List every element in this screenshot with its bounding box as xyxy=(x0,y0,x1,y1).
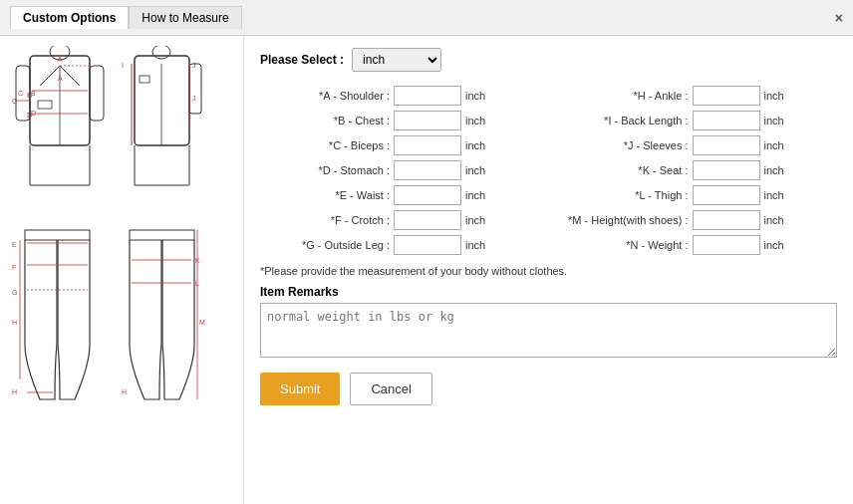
measurement-note: *Please provide the measurement of your … xyxy=(260,265,837,277)
measure-row-G: *G - Outside Leg : inch xyxy=(260,235,539,255)
measure-row-D: *D - Stomach : inch xyxy=(260,160,539,180)
label-L: *L - Thigh : xyxy=(559,189,689,201)
label-K: *K - Seat : xyxy=(559,164,689,176)
label-M: *M - Height(with shoes) : xyxy=(559,214,689,226)
svg-text:F: F xyxy=(12,264,16,271)
label-N: *N - Weight : xyxy=(559,239,689,251)
unit-M: inch xyxy=(764,214,784,226)
tab-how-to-measure[interactable]: How to Measure xyxy=(129,6,241,29)
unit-B: inch xyxy=(465,115,485,126)
unit-L: inch xyxy=(764,189,784,201)
measure-row-K: *K - Seat : inch xyxy=(559,160,838,180)
remarks-textarea[interactable] xyxy=(260,303,837,358)
unit-K: inch xyxy=(764,164,784,176)
measure-row-C: *C - Biceps : inch xyxy=(260,135,539,155)
label-G: *G - Outside Leg : xyxy=(260,239,390,251)
svg-text:G: G xyxy=(12,289,17,296)
svg-text:A: A xyxy=(57,55,63,64)
unit-N: inch xyxy=(764,239,784,251)
svg-line-2 xyxy=(40,66,60,86)
measure-row-F: *F - Crotch : inch xyxy=(260,210,539,230)
button-row: Submit Cancel xyxy=(260,373,837,405)
input-E[interactable] xyxy=(394,185,461,205)
label-J: *J - Sleeves : xyxy=(559,139,689,151)
input-L[interactable] xyxy=(693,185,760,205)
measurements-grid: *A - Shoulder : inch *H - Ankle : inch *… xyxy=(260,86,837,255)
unit-J: inch xyxy=(764,139,784,151)
select-label: Please Select : xyxy=(260,53,344,67)
pants-diagrams: E F G H H xyxy=(10,225,233,409)
measure-row-I: *I - Back Length : inch xyxy=(559,111,838,130)
select-row: Please Select : inch cm xyxy=(260,48,837,72)
suit-front-diagram: A B C D A B C D xyxy=(10,46,110,215)
svg-text:J: J xyxy=(192,62,196,69)
svg-rect-26 xyxy=(189,64,201,114)
cancel-button[interactable]: Cancel xyxy=(350,373,431,405)
svg-rect-23 xyxy=(135,56,189,145)
input-N[interactable] xyxy=(693,235,760,255)
label-C: *C - Biceps : xyxy=(260,139,390,151)
svg-text:D: D xyxy=(31,110,36,117)
svg-rect-5 xyxy=(38,101,52,109)
unit-I: inch xyxy=(764,115,784,126)
unit-G: inch xyxy=(465,239,485,251)
modal-header: Custom Options How to Measure × xyxy=(0,0,853,36)
unit-H: inch xyxy=(764,90,784,102)
measure-row-M: *M - Height(with shoes) : inch xyxy=(559,210,838,230)
jacket-diagrams: A B C D A B C D xyxy=(10,46,233,215)
svg-line-3 xyxy=(60,66,80,86)
unit-C: inch xyxy=(465,139,485,151)
unit-select[interactable]: inch cm xyxy=(352,48,441,72)
svg-text:K: K xyxy=(195,257,200,264)
svg-text:E: E xyxy=(12,241,17,248)
label-A: *A - Shoulder : xyxy=(260,90,390,102)
measure-row-J: *J - Sleeves : inch xyxy=(559,135,838,155)
pants-back-diagram: K L M H xyxy=(120,225,209,409)
svg-text:H: H xyxy=(12,319,17,326)
measure-row-B: *B - Chest : inch xyxy=(260,111,539,130)
unit-F: inch xyxy=(465,214,485,226)
suit-side-diagram: J J I xyxy=(120,46,209,215)
measure-row-H: *H - Ankle : inch xyxy=(559,86,838,106)
input-I[interactable] xyxy=(693,111,760,130)
modal-body: A B C D A B C D xyxy=(0,36,853,504)
measure-row-N: *N - Weight : inch xyxy=(559,235,838,255)
remarks-label: Item Remarks xyxy=(260,285,837,299)
label-H: *H - Ankle : xyxy=(559,90,689,102)
svg-text:H: H xyxy=(12,388,17,395)
input-C[interactable] xyxy=(394,135,461,155)
input-F[interactable] xyxy=(394,210,461,230)
pants-front-diagram: E F G H H xyxy=(10,225,110,409)
measure-row-A: *A - Shoulder : inch xyxy=(260,86,539,106)
close-button[interactable]: × xyxy=(835,10,843,26)
svg-text:C: C xyxy=(18,90,23,97)
input-A[interactable] xyxy=(394,86,461,106)
svg-rect-30 xyxy=(140,76,149,83)
input-K[interactable] xyxy=(693,160,760,180)
submit-button[interactable]: Submit xyxy=(260,373,340,405)
label-I: *I - Back Length : xyxy=(559,115,689,126)
svg-rect-36 xyxy=(25,230,90,240)
tab-custom-options[interactable]: Custom Options xyxy=(10,6,129,29)
input-D[interactable] xyxy=(394,160,461,180)
label-F: *F - Crotch : xyxy=(260,214,390,226)
form-panel: Please Select : inch cm *A - Shoulder : … xyxy=(244,36,853,504)
unit-E: inch xyxy=(465,189,485,201)
input-B[interactable] xyxy=(394,111,461,130)
modal-tabs: Custom Options How to Measure xyxy=(10,6,242,29)
diagram-panel: A B C D A B C D xyxy=(0,36,244,504)
input-H[interactable] xyxy=(693,86,760,106)
label-D: *D - Stomach : xyxy=(260,164,390,176)
svg-text:M: M xyxy=(199,319,205,326)
svg-rect-47 xyxy=(130,230,194,240)
label-E: *E - Waist : xyxy=(260,189,390,201)
measure-row-E: *E - Waist : inch xyxy=(260,185,539,205)
measure-row-L: *L - Thigh : inch xyxy=(559,185,838,205)
input-G[interactable] xyxy=(394,235,461,255)
input-M[interactable] xyxy=(693,210,760,230)
input-J[interactable] xyxy=(693,135,760,155)
svg-text:H: H xyxy=(122,388,127,395)
svg-text:A: A xyxy=(58,75,63,82)
svg-text:I: I xyxy=(122,62,124,69)
unit-D: inch xyxy=(465,164,485,176)
